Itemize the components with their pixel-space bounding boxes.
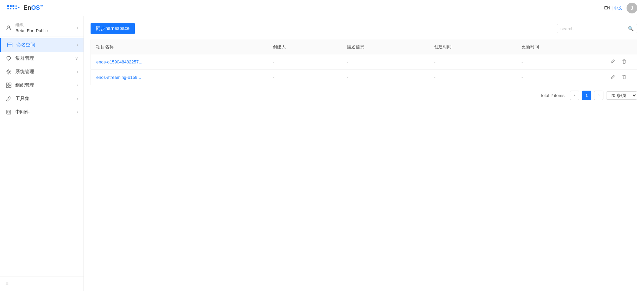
svg-point-2 [12, 5, 14, 7]
svg-rect-19 [622, 60, 626, 60]
row1-description: - [341, 54, 429, 70]
org-mgmt-icon [5, 82, 12, 89]
svg-rect-17 [7, 110, 11, 114]
col-description: 描述信息 [341, 40, 429, 54]
pagination-prev-button[interactable]: ‹ [570, 91, 579, 100]
row2-description: - [341, 70, 429, 85]
search-input[interactable] [560, 26, 628, 31]
row1-edit-button[interactable] [609, 58, 616, 65]
logo-text: EnOS™ [23, 4, 43, 11]
row2-created-at: - [429, 70, 516, 85]
org-info: 组织 Beta_For_Public [15, 22, 77, 33]
topbar-right: EN | 中文 J [604, 3, 637, 13]
sidebar-item-system[interactable]: 系统管理 › [0, 65, 84, 79]
sidebar-item-org-mgmt[interactable]: 组织管理 › [0, 79, 84, 92]
sidebar-item-cluster[interactable]: 集群管理 ∨ [0, 52, 84, 65]
toolbar: 同步namespace 🔍 [91, 23, 637, 34]
row2-actions [604, 70, 637, 85]
row2-edit-button[interactable] [609, 74, 616, 81]
row2-updated-at: - [516, 70, 604, 85]
page-size-select[interactable]: 10 条/页 20 条/页 50 条/页 100 条/页 [606, 91, 637, 100]
svg-point-0 [7, 5, 9, 7]
row2-delete-button[interactable] [621, 74, 628, 81]
svg-rect-14 [9, 83, 11, 85]
collapse-icon: ≡ [5, 281, 8, 287]
sync-namespace-button[interactable]: 同步namespace [91, 23, 135, 34]
system-label: 系统管理 [15, 69, 77, 75]
sidebar-item-namespace[interactable]: 命名空间 › [0, 38, 84, 52]
logo: EnOS™ [7, 4, 43, 11]
svg-rect-13 [6, 83, 8, 85]
row2-creator: - [267, 70, 341, 85]
system-icon [5, 68, 12, 75]
lang-switch[interactable]: EN | 中文 [604, 5, 623, 11]
table-container: 项目名称 创建人 描述信息 创建时间 更新时间 enos-o1590484822… [91, 40, 637, 85]
svg-point-9 [8, 26, 10, 28]
svg-point-8 [18, 7, 19, 8]
pagination-next-button[interactable]: › [594, 91, 603, 100]
org-name: Beta_For_Public [15, 28, 77, 33]
table-row: enos-o159048482257... - - - - [91, 54, 637, 70]
layout: 组织 Beta_For_Public › 命名空间 › [0, 16, 644, 291]
row1-action-cell [609, 58, 632, 65]
namespace-label: 命名空间 [16, 42, 77, 48]
cluster-icon [5, 55, 12, 62]
tools-icon [5, 95, 12, 102]
tools-arrow: › [77, 96, 78, 101]
col-actions [604, 40, 637, 54]
svg-rect-10 [7, 43, 12, 47]
main: 同步namespace 🔍 项目名称 创建人 描述信息 创建时间 更新 [84, 16, 644, 291]
svg-point-6 [13, 8, 14, 9]
org-mgmt-arrow: › [77, 83, 78, 88]
col-name: 项目名称 [91, 40, 268, 54]
row1-name[interactable]: enos-o159048482257... [91, 54, 268, 70]
cluster-arrow: ∨ [75, 56, 78, 61]
row1-actions [604, 54, 637, 70]
col-created-at: 创建时间 [429, 40, 516, 54]
sidebar-item-tools[interactable]: 工具集 › [0, 92, 84, 105]
namespace-icon [6, 42, 13, 48]
search-box: 🔍 [557, 24, 637, 33]
cluster-label: 集群管理 [15, 55, 75, 61]
search-icon: 🔍 [628, 26, 634, 31]
org-arrow: › [77, 26, 78, 30]
data-table: 项目名称 创建人 描述信息 创建时间 更新时间 enos-o1590484822… [91, 40, 637, 85]
org-title: 组织 [15, 22, 77, 28]
row1-created-at: - [429, 54, 516, 70]
col-creator: 创建人 [267, 40, 341, 54]
sidebar-org[interactable]: 组织 Beta_For_Public › [0, 19, 84, 37]
pagination: Total 2 items ‹ 1 › 10 条/页 20 条/页 50 条/页… [91, 91, 637, 100]
sidebar-collapse-btn[interactable]: ≡ [0, 277, 84, 291]
user-avatar[interactable]: J [627, 3, 637, 13]
row2-action-cell [609, 74, 632, 81]
svg-rect-15 [6, 86, 8, 88]
lang-sep: | [611, 5, 612, 10]
svg-point-12 [8, 71, 10, 73]
table-row: enos-streaming-o159... - - - - [91, 70, 637, 85]
middleware-label: 中间件 [15, 109, 77, 115]
org-icon [5, 25, 12, 31]
row1-updated-at: - [516, 54, 604, 70]
middleware-icon [5, 109, 12, 115]
main-content: 同步namespace 🔍 项目名称 创建人 描述信息 创建时间 更新 [84, 16, 644, 291]
middleware-arrow: › [77, 110, 78, 114]
col-updated-at: 更新时间 [516, 40, 604, 54]
logo-dots [7, 5, 21, 11]
namespace-arrow: › [77, 43, 78, 47]
sidebar-item-middleware[interactable]: 中间件 › [0, 105, 84, 119]
row1-delete-button[interactable] [621, 58, 628, 65]
sidebar: 组织 Beta_For_Public › 命名空间 › [0, 16, 84, 291]
svg-rect-16 [9, 86, 11, 88]
sidebar-content: 组织 Beta_For_Public › 命名空间 › [0, 16, 84, 277]
table-body: enos-o159048482257... - - - - [91, 54, 637, 85]
svg-point-4 [7, 8, 9, 9]
tools-label: 工具集 [15, 96, 77, 102]
lang-zh[interactable]: 中文 [614, 5, 623, 10]
row2-name[interactable]: enos-streaming-o159... [91, 70, 268, 85]
svg-rect-20 [622, 76, 626, 76]
svg-point-1 [10, 5, 12, 7]
svg-point-7 [15, 8, 17, 9]
svg-point-3 [15, 5, 17, 7]
lang-en[interactable]: EN [604, 5, 610, 10]
pagination-current-page[interactable]: 1 [582, 91, 591, 100]
